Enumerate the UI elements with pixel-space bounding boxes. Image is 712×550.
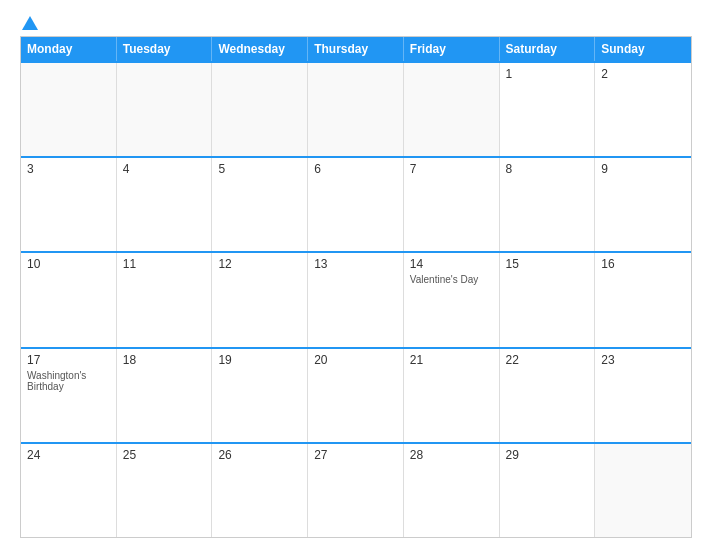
- week-row-3: 17Washington's Birthday181920212223: [21, 347, 691, 442]
- cal-cell: 16: [595, 253, 691, 346]
- week-row-4: 242526272829: [21, 442, 691, 537]
- header-cell-saturday: Saturday: [500, 37, 596, 61]
- day-number: 3: [27, 162, 110, 176]
- cal-cell: 23: [595, 349, 691, 442]
- cal-cell: 6: [308, 158, 404, 251]
- cal-cell: 19: [212, 349, 308, 442]
- cal-cell: 9: [595, 158, 691, 251]
- day-number: 27: [314, 448, 397, 462]
- day-number: 24: [27, 448, 110, 462]
- cal-cell: 2: [595, 63, 691, 156]
- cal-cell: 1: [500, 63, 596, 156]
- week-row-2: 1011121314Valentine's Day1516: [21, 251, 691, 346]
- header: [20, 16, 692, 28]
- calendar-body: 1234567891011121314Valentine's Day151617…: [21, 61, 691, 537]
- cal-cell: 4: [117, 158, 213, 251]
- cal-cell: [308, 63, 404, 156]
- cal-cell: 24: [21, 444, 117, 537]
- logo: [20, 16, 38, 28]
- day-number: 2: [601, 67, 685, 81]
- logo-triangle-icon: [22, 16, 38, 30]
- cal-cell: 17Washington's Birthday: [21, 349, 117, 442]
- header-cell-tuesday: Tuesday: [117, 37, 213, 61]
- cal-cell: 25: [117, 444, 213, 537]
- cal-cell: 29: [500, 444, 596, 537]
- day-number: 11: [123, 257, 206, 271]
- day-number: 7: [410, 162, 493, 176]
- day-number: 19: [218, 353, 301, 367]
- day-event: Valentine's Day: [410, 274, 493, 285]
- cal-cell: 14Valentine's Day: [404, 253, 500, 346]
- calendar: MondayTuesdayWednesdayThursdayFridaySatu…: [20, 36, 692, 538]
- day-number: 4: [123, 162, 206, 176]
- calendar-page: MondayTuesdayWednesdayThursdayFridaySatu…: [0, 0, 712, 550]
- day-number: 21: [410, 353, 493, 367]
- cal-cell: [595, 444, 691, 537]
- cal-cell: 21: [404, 349, 500, 442]
- week-row-1: 3456789: [21, 156, 691, 251]
- cal-cell: [404, 63, 500, 156]
- day-number: 12: [218, 257, 301, 271]
- header-cell-friday: Friday: [404, 37, 500, 61]
- cal-cell: 26: [212, 444, 308, 537]
- cal-cell: 28: [404, 444, 500, 537]
- week-row-0: 12: [21, 61, 691, 156]
- day-event: Washington's Birthday: [27, 370, 110, 392]
- cal-cell: 11: [117, 253, 213, 346]
- cal-cell: 20: [308, 349, 404, 442]
- day-number: 5: [218, 162, 301, 176]
- cal-cell: 12: [212, 253, 308, 346]
- header-cell-wednesday: Wednesday: [212, 37, 308, 61]
- day-number: 10: [27, 257, 110, 271]
- header-cell-thursday: Thursday: [308, 37, 404, 61]
- day-number: 26: [218, 448, 301, 462]
- cal-cell: 13: [308, 253, 404, 346]
- day-number: 29: [506, 448, 589, 462]
- cal-cell: 18: [117, 349, 213, 442]
- cal-cell: 7: [404, 158, 500, 251]
- day-number: 22: [506, 353, 589, 367]
- cal-cell: [117, 63, 213, 156]
- day-number: 23: [601, 353, 685, 367]
- header-cell-monday: Monday: [21, 37, 117, 61]
- cal-cell: 27: [308, 444, 404, 537]
- day-number: 13: [314, 257, 397, 271]
- day-number: 8: [506, 162, 589, 176]
- day-number: 9: [601, 162, 685, 176]
- day-number: 18: [123, 353, 206, 367]
- cal-cell: 5: [212, 158, 308, 251]
- header-cell-sunday: Sunday: [595, 37, 691, 61]
- day-number: 16: [601, 257, 685, 271]
- logo-text: [20, 16, 38, 28]
- cal-cell: 22: [500, 349, 596, 442]
- day-number: 17: [27, 353, 110, 367]
- cal-cell: 10: [21, 253, 117, 346]
- cal-cell: [21, 63, 117, 156]
- day-number: 20: [314, 353, 397, 367]
- day-number: 1: [506, 67, 589, 81]
- day-number: 28: [410, 448, 493, 462]
- day-number: 25: [123, 448, 206, 462]
- cal-cell: [212, 63, 308, 156]
- day-number: 15: [506, 257, 589, 271]
- day-number: 14: [410, 257, 493, 271]
- cal-cell: 15: [500, 253, 596, 346]
- cal-cell: 8: [500, 158, 596, 251]
- cal-cell: 3: [21, 158, 117, 251]
- day-number: 6: [314, 162, 397, 176]
- calendar-header: MondayTuesdayWednesdayThursdayFridaySatu…: [21, 37, 691, 61]
